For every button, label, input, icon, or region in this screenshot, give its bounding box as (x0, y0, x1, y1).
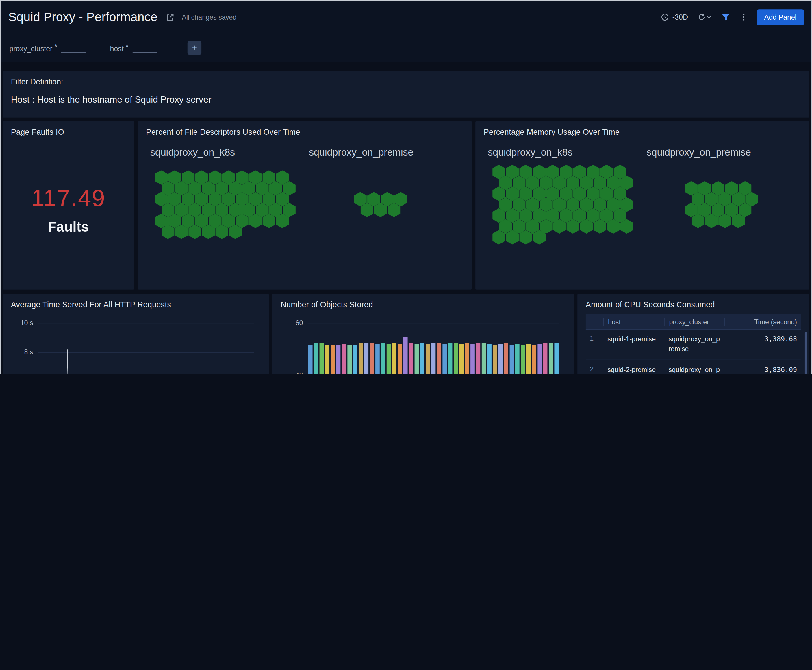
bar[interactable] (431, 343, 436, 374)
bar[interactable] (387, 344, 391, 374)
bar[interactable] (308, 345, 313, 374)
bar[interactable] (409, 343, 413, 374)
bar[interactable] (465, 343, 469, 374)
table-header-cell[interactable]: Time (second) (724, 318, 801, 325)
bar[interactable] (498, 344, 503, 374)
filter-label: proxy_cluster (9, 44, 52, 53)
honeycomb (354, 192, 414, 217)
table-cell: 3,836.09 (724, 365, 801, 374)
bar[interactable] (353, 345, 358, 374)
cpu-table: hostproxy_clusterTime (second)1squid-1-p… (586, 314, 801, 374)
add-panel-button[interactable]: Add Panel (757, 9, 804, 25)
hex-group-premise: squidproxy_on_premise (642, 147, 801, 244)
table-cell: squidproxy_on_premise (664, 335, 724, 354)
bar[interactable] (476, 343, 480, 374)
bar[interactable] (403, 337, 408, 374)
bar[interactable] (554, 343, 559, 374)
table-header-cell[interactable]: proxy_cluster (664, 318, 724, 325)
table-cell: squid-1-premise (603, 335, 664, 345)
panel-memory-usage: Percentage Memory Usage Over Time squidp… (475, 121, 809, 289)
bar[interactable] (420, 343, 424, 374)
hex-group-k8s: squidproxy_on_k8s (484, 147, 642, 244)
bar[interactable] (364, 343, 368, 374)
bar[interactable] (527, 344, 531, 374)
y-axis-tick-label: 10 s (11, 319, 33, 328)
bar[interactable] (504, 343, 508, 374)
required-asterisk: * (126, 43, 128, 51)
bar[interactable] (336, 345, 341, 374)
y-axis-tick-label: 60 (280, 319, 303, 328)
bar[interactable] (459, 344, 464, 374)
add-filter-button[interactable]: + (187, 41, 201, 55)
bar[interactable] (454, 343, 458, 374)
y-axis-tick-label: 8 s (11, 348, 33, 357)
bar[interactable] (342, 344, 346, 374)
panel-avg-time: Average Time Served For All HTTP Request… (3, 294, 269, 374)
bar[interactable] (398, 344, 402, 374)
chevron-down-icon (706, 14, 712, 20)
filter-definition-text: Host : Host is the hostname of Squid Pro… (11, 94, 801, 105)
bar[interactable] (487, 344, 491, 374)
table-cell: 3,389.68 (724, 335, 801, 345)
filter-definition-panel: Filter Defintion: Host : Host is the hos… (3, 71, 809, 118)
line-plot (11, 312, 261, 374)
table-row[interactable]: 1squid-1-premisesquidproxy_on_premise3,3… (586, 330, 801, 360)
time-range-button[interactable]: -30D (661, 13, 688, 21)
row-index: 2 (586, 365, 603, 373)
bar[interactable] (515, 344, 520, 374)
bar[interactable] (320, 343, 324, 374)
scrollbar[interactable] (805, 332, 807, 374)
kebab-menu-icon[interactable] (739, 13, 748, 21)
bar[interactable] (331, 345, 335, 374)
page-faults-unit: Faults (11, 219, 126, 235)
bar[interactable] (381, 343, 385, 374)
bar[interactable] (314, 343, 318, 374)
bar[interactable] (448, 343, 452, 374)
scrollbar-thumb[interactable] (805, 332, 807, 374)
proxy-cluster-input[interactable] (61, 42, 86, 53)
bar[interactable] (532, 345, 536, 374)
bar[interactable] (493, 345, 497, 374)
host-input[interactable] (133, 42, 157, 53)
row-index: 1 (586, 335, 603, 342)
honeycomb (492, 165, 634, 245)
bar[interactable] (425, 344, 430, 374)
bar[interactable] (471, 344, 475, 374)
panel-title: Average Time Served For All HTTP Request… (11, 300, 261, 309)
filter-icon[interactable] (721, 13, 730, 21)
share-icon[interactable] (166, 13, 174, 21)
filter-label: host (110, 44, 124, 53)
table-row[interactable]: 2squid-2-premisesquidproxy_on_premise3,8… (586, 360, 801, 374)
cluster-label: squidproxy_on_premise (305, 147, 464, 158)
line-series (38, 349, 254, 374)
bar[interactable] (415, 344, 419, 374)
cluster-label: squidproxy_on_k8s (484, 147, 642, 158)
honeycomb-chart: squidproxy_on_k8s squidproxy_on_premise (146, 147, 464, 244)
bar-chart: 0204060 (280, 312, 566, 374)
refresh-button[interactable] (697, 13, 712, 21)
bar[interactable] (521, 345, 525, 374)
table-header-cell[interactable]: host (603, 318, 664, 325)
bar[interactable] (347, 345, 352, 374)
bar[interactable] (359, 343, 363, 374)
bar[interactable] (537, 344, 542, 374)
page-faults-value: 117.49 (11, 184, 126, 212)
bar[interactable] (325, 345, 329, 374)
bar[interactable] (370, 343, 374, 374)
table-cell: squidproxy_on_premise (664, 365, 724, 374)
bar[interactable] (392, 343, 397, 374)
panel-title: Page Faults IO (11, 127, 126, 136)
bar[interactable] (543, 343, 548, 374)
panel-title: Percentage Memory Usage Over Time (484, 127, 801, 136)
page-title: Squid Proxy - Performance (8, 10, 157, 24)
panel-objects-stored: Number of Objects Stored 0204060 (272, 294, 574, 374)
bar[interactable] (510, 345, 514, 374)
cluster-label: squidproxy_on_premise (642, 147, 801, 158)
clock-icon (661, 13, 669, 21)
bar[interactable] (437, 343, 441, 374)
bar[interactable] (375, 344, 380, 374)
cluster-label: squidproxy_on_k8s (146, 147, 305, 158)
bar[interactable] (442, 344, 447, 374)
bar[interactable] (482, 343, 486, 374)
bar[interactable] (549, 343, 553, 374)
